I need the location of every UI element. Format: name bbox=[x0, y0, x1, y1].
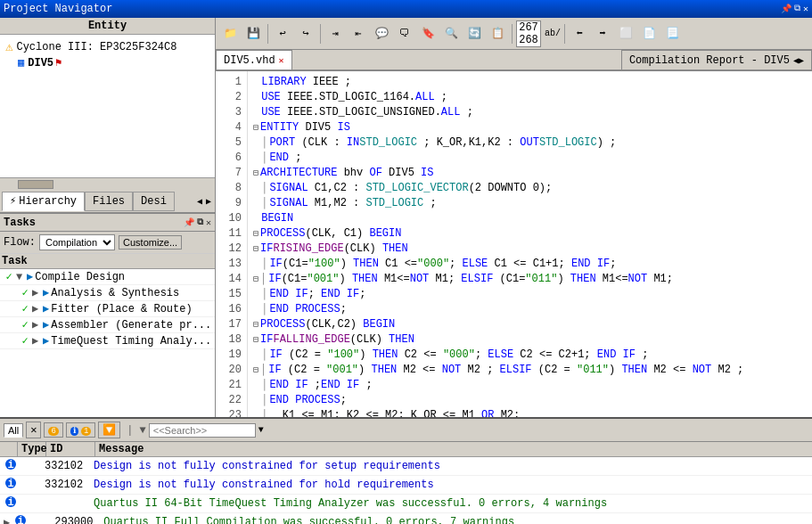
code-line-17: ⊟ PROCESS(CLK,C2) BEGIN bbox=[253, 317, 807, 332]
file-tab-close-icon[interactable]: ✕ bbox=[279, 55, 284, 66]
msg-arrow-3: ▶ bbox=[4, 516, 10, 525]
toolbar-template-btn[interactable]: 📄 bbox=[638, 23, 660, 45]
task-assembler-label: Assembler (Generate pr... bbox=[51, 319, 213, 332]
hierarchy-icon: ⚡ bbox=[10, 194, 16, 208]
nav-right-icon[interactable]: ▶ bbox=[204, 196, 213, 207]
fold-icon-14[interactable]: ⊟ bbox=[253, 272, 258, 287]
toolbar-clip-btn[interactable]: 📋 bbox=[487, 23, 508, 45]
bar-8: │ bbox=[261, 181, 267, 196]
status-analysis: ✓ bbox=[18, 286, 32, 299]
fold-icon-20[interactable]: ⊟ bbox=[253, 363, 258, 378]
code-line-10: BEGIN bbox=[253, 211, 807, 226]
fold-icon-11[interactable]: ⊟ bbox=[253, 226, 258, 242]
error-filter-btn[interactable]: ✕ bbox=[26, 422, 41, 438]
window-controls: 📌 ⧉ ✕ bbox=[781, 4, 808, 14]
report-nav-right[interactable]: ▶ bbox=[799, 55, 804, 66]
toolbar-back-btn[interactable]: ⬅ bbox=[569, 23, 590, 45]
tab-design[interactable]: Desi bbox=[133, 192, 175, 211]
toolbar-open-btn[interactable]: 📁 bbox=[219, 23, 241, 45]
pin-button[interactable]: 📌 bbox=[781, 4, 791, 14]
search-dropdown-icon[interactable]: ▼ bbox=[258, 425, 264, 435]
fold-line-21 bbox=[253, 378, 259, 393]
fold-line-13 bbox=[253, 257, 259, 272]
device-item: ⚠ Cyclone III: EP3C25F324C8 bbox=[4, 38, 211, 55]
tasks-close-button[interactable]: ✕ bbox=[206, 217, 211, 228]
bar-13: │ bbox=[261, 257, 267, 272]
toolbar-tab-btn[interactable]: ⬜ bbox=[615, 23, 636, 45]
tasks-window-controls: 📌 ⧉ ✕ bbox=[184, 217, 211, 228]
task-row-compile[interactable]: ✓ ▼ ▶ Compile Design bbox=[0, 269, 215, 285]
toplevel-item[interactable]: ▦ DIV5 ⚑ bbox=[4, 55, 211, 70]
msg-row-0[interactable]: i 332102 Design is not fully constrained… bbox=[0, 457, 812, 476]
fold-icon-18[interactable]: ⊟ bbox=[253, 332, 258, 348]
msg-row-1[interactable]: i 332102 Design is not fully constrained… bbox=[0, 476, 812, 495]
message-search-input[interactable] bbox=[149, 423, 256, 438]
entity-content: ⚠ Cyclone III: EP3C25F324C8 ▦ DIV5 ⚑ bbox=[0, 35, 215, 177]
expand-timequest[interactable]: ▶ bbox=[32, 334, 43, 348]
msg-row-2[interactable]: i Quartus II 64-Bit TimeQuest Timing Ana… bbox=[0, 495, 812, 513]
fold-line-16 bbox=[253, 302, 259, 317]
code-line-13: │ IF(C1="100") THEN C1 <="000"; ELSE C1 … bbox=[253, 257, 807, 272]
tab-hierarchy[interactable]: ⚡ Hierarchy bbox=[2, 192, 85, 211]
horizontal-scrollbar-entity[interactable] bbox=[0, 177, 215, 190]
fold-icon-17[interactable]: ⊟ bbox=[253, 317, 258, 332]
task-analysis-label: Analysis & Synthesis bbox=[51, 287, 213, 299]
toolbar-find-btn[interactable]: 🔍 bbox=[440, 23, 462, 45]
tasks-pin-button[interactable]: 📌 bbox=[184, 217, 194, 228]
bar-21: │ bbox=[261, 378, 267, 393]
toolbar-uncomment-btn[interactable]: 🗨 bbox=[394, 23, 415, 45]
flow-row: Flow: Compilation Customize... bbox=[0, 232, 215, 254]
fold-icon-4[interactable]: ⊟ bbox=[253, 120, 258, 135]
float-button[interactable]: ⧉ bbox=[794, 4, 800, 14]
warning-badge: 6 bbox=[48, 427, 58, 436]
task-row-timequest[interactable]: ✓ ▶ ▶ TimeQuest Timing Analy... bbox=[0, 333, 215, 349]
separator: | bbox=[127, 424, 133, 437]
critical-badge: 1 bbox=[81, 427, 91, 436]
task-row-analysis[interactable]: ✓ ▶ ▶ Analysis & Synthesis bbox=[0, 285, 215, 301]
toolbar-save-btn[interactable]: 💾 bbox=[242, 23, 264, 45]
toolbar-redo-btn[interactable]: ↪ bbox=[295, 23, 316, 45]
file-tab-div5[interactable]: DIV5.vhd ✕ bbox=[216, 50, 292, 70]
code-content[interactable]: LIBRARY IEEE ; USE IEEE.STD_LOGIC_1164.A… bbox=[248, 71, 812, 417]
expand-compile[interactable]: ▼ bbox=[16, 271, 27, 283]
customize-button[interactable]: Customize... bbox=[119, 235, 182, 250]
line-numbers: 123456789101112131415161718192021222324 bbox=[216, 71, 248, 417]
toolbar-fwd-btn[interactable]: ➡ bbox=[592, 23, 613, 45]
tasks-float-button[interactable]: ⧉ bbox=[197, 217, 203, 228]
nav-left-icon[interactable]: ◀ bbox=[195, 196, 204, 207]
toolbar-comment-btn[interactable]: 💬 bbox=[371, 23, 392, 45]
fold-icon-7[interactable]: ⊟ bbox=[253, 166, 258, 181]
toolbar-undo-btn[interactable]: ↩ bbox=[272, 23, 293, 45]
msg-row-3[interactable]: ▶ i 293000 Quartus II Full Compilation w… bbox=[0, 513, 812, 524]
play-timequest-icon: ▶ bbox=[43, 334, 49, 348]
msg-text-3: Quartus II Full Compilation was successf… bbox=[103, 516, 808, 524]
task-row-fitter[interactable]: ✓ ▶ ▶ Fitter (Place & Route) bbox=[0, 301, 215, 317]
code-area: 123456789101112131415161718192021222324 … bbox=[216, 71, 812, 417]
svg-text:i: i bbox=[18, 515, 24, 524]
editor-toolbar: 📁 💾 ↩ ↪ ⇥ ⇤ 💬 🗨 🔖 🔍 🔄 📋 267 268 ab/ ⬅ ➡ … bbox=[216, 18, 812, 50]
toolbar-unindent-btn[interactable]: ⇤ bbox=[348, 23, 369, 45]
expand-fitter[interactable]: ▶ bbox=[32, 302, 43, 315]
toolbar-bookmark-btn[interactable]: 🔖 bbox=[417, 23, 439, 45]
scrollbar-thumb[interactable] bbox=[18, 180, 53, 189]
toolbar-indent-btn[interactable]: ⇥ bbox=[324, 23, 346, 45]
close-button[interactable]: ✕ bbox=[803, 4, 808, 14]
msg-text-0: Design is not fully constrained for setu… bbox=[94, 460, 808, 472]
expand-analysis[interactable]: ▶ bbox=[32, 286, 43, 299]
expand-assembler[interactable]: ▶ bbox=[32, 318, 43, 332]
left-panel: Entity ⚠ Cyclone III: EP3C25F324C8 ▦ DIV… bbox=[0, 18, 216, 417]
flow-select[interactable]: Compilation bbox=[39, 234, 115, 250]
code-line-12: ⊟ IF RISING_EDGE(CLK) THEN bbox=[253, 242, 807, 257]
tab-files[interactable]: Files bbox=[85, 192, 133, 211]
fold-icon-12[interactable]: ⊟ bbox=[253, 242, 258, 257]
toolbar-replace-btn[interactable]: 🔄 bbox=[463, 23, 485, 45]
code-line-22: │ END PROCESS; bbox=[253, 393, 807, 408]
info-filter-btn[interactable]: ℹ 1 bbox=[66, 422, 95, 438]
suppress-filter-btn[interactable]: 🔽 bbox=[98, 422, 120, 438]
task-row-assembler[interactable]: ✓ ▶ ▶ Assembler (Generate pr... bbox=[0, 317, 215, 333]
warning-filter-btn[interactable]: 6 bbox=[44, 422, 62, 438]
tasks-header: Tasks 📌 ⧉ ✕ bbox=[0, 214, 215, 232]
toolbar-snippet-btn[interactable]: 📃 bbox=[661, 23, 683, 45]
all-filter-btn[interactable]: All bbox=[4, 423, 23, 438]
report-tab[interactable]: Compilation Report - DIV5 ◀ ▶ bbox=[621, 50, 812, 70]
